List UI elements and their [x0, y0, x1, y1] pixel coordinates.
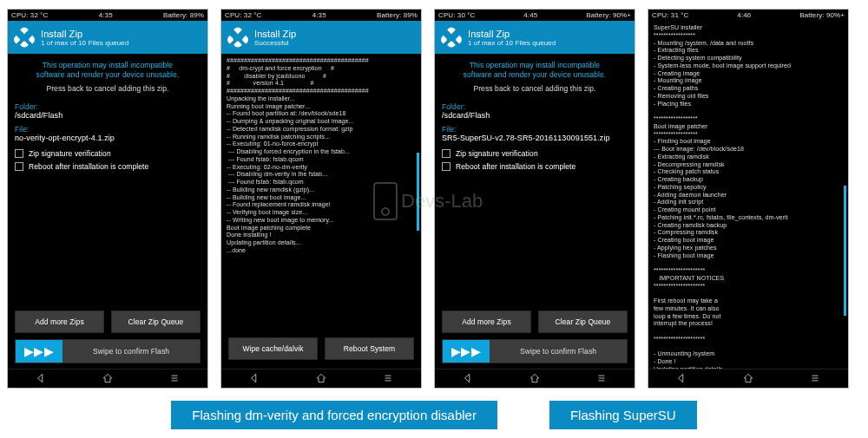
android-navbar — [221, 369, 421, 388]
add-zips-button[interactable]: Add more Zips — [442, 311, 531, 333]
file-label: File: — [15, 125, 201, 134]
arrows-icon: ▶▶▶ — [16, 340, 62, 363]
nav-home-icon[interactable] — [742, 372, 754, 386]
status-bar: CPU: 31 °C4:46Battery: 90%+ — [648, 10, 848, 21]
twrp-logo-icon — [227, 26, 249, 49]
nav-back-icon[interactable] — [35, 372, 47, 386]
android-navbar — [648, 369, 848, 388]
checkbox-icon — [15, 162, 23, 171]
zip-verify-checkbox[interactable]: Zip signature verification — [442, 149, 628, 158]
checkbox-icon — [442, 149, 450, 158]
folder-value: /sdcard/Flash — [442, 111, 628, 120]
phone-0: CPU: 32 °C4:35Battery: 89%Install Zip1 o… — [7, 9, 208, 389]
subtitle: 1 of max of 10 Files queued — [468, 39, 556, 47]
folder-label: Folder: — [442, 102, 628, 111]
reboot-checkbox[interactable]: Reboot after installation is complete — [442, 162, 628, 171]
nav-recent-icon[interactable] — [382, 372, 394, 386]
swipe-slider[interactable]: ▶▶▶Swipe to confirm Flash — [442, 339, 628, 363]
nav-recent-icon[interactable] — [595, 372, 608, 386]
clear-queue-button[interactable]: Clear Zip Queue — [538, 311, 628, 333]
terminal-output: ########################################… — [221, 54, 421, 334]
scroll-indicator — [844, 186, 846, 316]
nav-home-icon[interactable] — [529, 372, 541, 386]
caption-left: Flashing dm-verity and forced encryption… — [171, 401, 497, 429]
checkbox-icon — [442, 162, 450, 171]
status-bar: CPU: 32 °C4:35Battery: 89% — [221, 10, 421, 21]
twrp-logo-icon — [440, 26, 463, 49]
cancel-hint: Press back to cancel adding this zip. — [15, 84, 201, 93]
terminal-output: SuperSU installer ***************** - Mo… — [648, 21, 848, 369]
nav-back-icon[interactable] — [675, 372, 687, 386]
wipe-button[interactable]: Wipe cache/dalvik — [228, 337, 318, 360]
phone-2: CPU: 30 °C4:45Battery: 90%+Install Zip1 … — [434, 9, 635, 389]
swipe-slider[interactable]: ▶▶▶Swipe to confirm Flash — [15, 339, 201, 363]
nav-back-icon[interactable] — [462, 372, 474, 386]
folder-label: Folder: — [15, 102, 201, 111]
main-panel: This operation may install incompatible … — [435, 54, 635, 369]
arrows-icon: ▶▶▶ — [443, 340, 490, 363]
title-bar: Install ZipSuccessful — [221, 21, 421, 54]
title: Install Zip — [468, 29, 556, 39]
zip-verify-checkbox[interactable]: Zip signature verification — [15, 149, 201, 158]
title-bar: Install Zip1 of max of 10 Files queued — [8, 21, 207, 54]
checkbox-icon — [15, 149, 23, 158]
title: Install Zip — [41, 29, 128, 39]
phone-1: CPU: 32 °C4:35Battery: 89%Install ZipSuc… — [220, 9, 422, 389]
twrp-logo-icon — [13, 26, 36, 49]
warning-text: This operation may install incompatible … — [445, 61, 624, 81]
nav-home-icon[interactable] — [102, 372, 114, 386]
main-panel: This operation may install incompatible … — [8, 54, 207, 369]
file-label: File: — [442, 125, 628, 134]
android-navbar — [8, 369, 207, 388]
title: Install Zip — [254, 29, 296, 39]
status-bar: CPU: 32 °C4:35Battery: 89% — [8, 10, 207, 21]
android-navbar — [435, 369, 635, 388]
nav-home-icon[interactable] — [315, 372, 327, 386]
nav-recent-icon[interactable] — [168, 372, 181, 386]
title-bar: Install Zip1 of max of 10 Files queued — [435, 21, 635, 54]
scroll-indicator — [417, 153, 419, 231]
subtitle: 1 of max of 10 Files queued — [41, 39, 128, 47]
nav-back-icon[interactable] — [248, 372, 260, 386]
nav-recent-icon[interactable] — [809, 372, 821, 386]
phone-3: CPU: 31 °C4:46Battery: 90%+SuperSU insta… — [648, 9, 849, 389]
status-bar: CPU: 30 °C4:45Battery: 90%+ — [435, 10, 635, 21]
reboot-checkbox[interactable]: Reboot after installation is complete — [15, 162, 201, 171]
file-value: SR5-SuperSU-v2.78-SR5-20161130091551.zip — [442, 134, 628, 142]
cancel-hint: Press back to cancel adding this zip. — [442, 84, 628, 93]
caption-right: Flashing SuperSU — [549, 401, 697, 429]
reboot-button[interactable]: Reboot System — [325, 337, 414, 360]
folder-value: /sdcard/Flash — [15, 111, 201, 120]
subtitle: Successful — [254, 39, 296, 47]
clear-queue-button[interactable]: Clear Zip Queue — [111, 311, 201, 333]
add-zips-button[interactable]: Add more Zips — [15, 311, 104, 333]
file-value: no-verity-opt-encrypt-4.1.zip — [15, 134, 201, 142]
warning-text: This operation may install incompatible … — [18, 61, 197, 81]
